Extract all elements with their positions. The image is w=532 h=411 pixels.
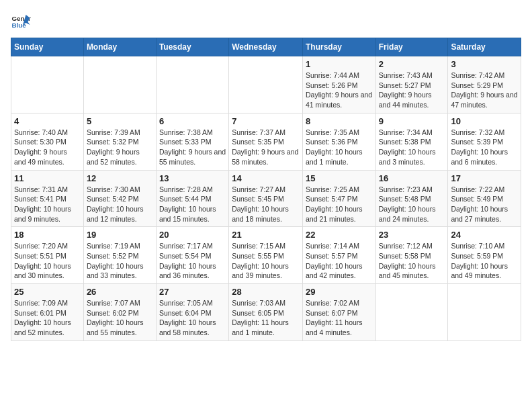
day-number: 18 [14,230,81,240]
header-monday: Monday [83,38,156,56]
calendar-cell: 22Sunrise: 7:14 AMSunset: 5:57 PMDayligh… [302,227,375,284]
day-number: 15 [306,173,373,183]
header-tuesday: Tuesday [156,38,228,56]
calendar-table: SundayMondayTuesdayWednesdayThursdayFrid… [11,38,521,341]
day-info: Sunrise: 7:39 AMSunset: 5:32 PMDaylight:… [87,128,153,167]
day-info: Sunrise: 7:37 AMSunset: 5:35 PMDaylight:… [232,128,300,167]
day-number: 3 [451,59,518,69]
day-number: 1 [306,59,373,69]
calendar-cell: 27Sunrise: 7:05 AMSunset: 6:04 PMDayligh… [156,284,228,341]
day-info: Sunrise: 7:27 AMSunset: 5:45 PMDaylight:… [232,185,300,224]
calendar-cell: 16Sunrise: 7:23 AMSunset: 5:48 PMDayligh… [375,170,448,227]
day-number: 6 [159,116,226,126]
day-number: 22 [306,230,373,240]
day-info: Sunrise: 7:30 AMSunset: 5:42 PMDaylight:… [87,185,153,224]
calendar-week-2: 11Sunrise: 7:31 AMSunset: 5:41 PMDayligh… [11,170,521,227]
day-info: Sunrise: 7:17 AMSunset: 5:54 PMDaylight:… [159,241,226,281]
day-number: 19 [87,230,153,240]
day-info: Sunrise: 7:28 AMSunset: 5:44 PMDaylight:… [159,185,226,224]
calendar-cell: 1Sunrise: 7:44 AMSunset: 5:26 PMDaylight… [302,56,375,113]
day-number: 5 [87,116,153,126]
calendar-cell: 18Sunrise: 7:20 AMSunset: 5:51 PMDayligh… [11,227,84,284]
day-info: Sunrise: 7:42 AMSunset: 5:29 PMDaylight:… [451,71,518,110]
calendar-cell: 4Sunrise: 7:40 AMSunset: 5:30 PMDaylight… [11,113,84,170]
day-info: Sunrise: 7:25 AMSunset: 5:47 PMDaylight:… [306,185,373,224]
calendar-cell: 23Sunrise: 7:12 AMSunset: 5:58 PMDayligh… [375,227,448,284]
day-info: Sunrise: 7:43 AMSunset: 5:27 PMDaylight:… [379,71,445,110]
day-number: 7 [232,116,300,126]
day-number: 27 [159,287,226,297]
day-number: 11 [14,173,81,183]
logo: General Blue [11,11,34,31]
calendar-cell: 2Sunrise: 7:43 AMSunset: 5:27 PMDaylight… [375,56,448,113]
calendar-cell: 26Sunrise: 7:07 AMSunset: 6:02 PMDayligh… [83,284,156,341]
day-info: Sunrise: 7:32 AMSunset: 5:39 PMDaylight:… [451,128,518,167]
header-friday: Friday [375,38,448,56]
day-info: Sunrise: 7:34 AMSunset: 5:38 PMDaylight:… [379,128,445,167]
calendar-cell: 20Sunrise: 7:17 AMSunset: 5:54 PMDayligh… [156,227,228,284]
calendar-week-3: 18Sunrise: 7:20 AMSunset: 5:51 PMDayligh… [11,227,521,284]
day-info: Sunrise: 7:31 AMSunset: 5:41 PMDaylight:… [14,185,81,224]
calendar-cell [156,56,228,113]
day-info: Sunrise: 7:35 AMSunset: 5:36 PMDaylight:… [306,128,373,167]
calendar-cell: 7Sunrise: 7:37 AMSunset: 5:35 PMDaylight… [229,113,303,170]
day-number: 23 [379,230,445,240]
logo-icon: General Blue [11,11,31,31]
day-info: Sunrise: 7:19 AMSunset: 5:52 PMDaylight:… [87,241,153,281]
day-info: Sunrise: 7:07 AMSunset: 6:02 PMDaylight:… [87,298,153,338]
day-info: Sunrise: 7:05 AMSunset: 6:04 PMDaylight:… [159,298,226,338]
day-number: 21 [232,230,300,240]
calendar-cell: 15Sunrise: 7:25 AMSunset: 5:47 PMDayligh… [302,170,375,227]
calendar-cell: 28Sunrise: 7:03 AMSunset: 6:05 PMDayligh… [229,284,303,341]
header-saturday: Saturday [448,38,521,56]
day-info: Sunrise: 7:15 AMSunset: 5:55 PMDaylight:… [232,241,300,281]
day-number: 12 [87,173,153,183]
header-wednesday: Wednesday [229,38,303,56]
day-number: 20 [159,230,226,240]
day-info: Sunrise: 7:12 AMSunset: 5:58 PMDaylight:… [379,241,445,281]
day-info: Sunrise: 7:03 AMSunset: 6:05 PMDaylight:… [232,298,300,338]
header-thursday: Thursday [302,38,375,56]
day-info: Sunrise: 7:22 AMSunset: 5:49 PMDaylight:… [451,185,518,224]
calendar-week-1: 4Sunrise: 7:40 AMSunset: 5:30 PMDaylight… [11,113,521,170]
calendar-cell: 13Sunrise: 7:28 AMSunset: 5:44 PMDayligh… [156,170,228,227]
calendar-header-row: SundayMondayTuesdayWednesdayThursdayFrid… [11,38,521,56]
day-number: 26 [87,287,153,297]
calendar-cell [83,56,156,113]
calendar-cell: 17Sunrise: 7:22 AMSunset: 5:49 PMDayligh… [448,170,521,227]
day-number: 17 [451,173,518,183]
day-number: 24 [451,230,518,240]
day-info: Sunrise: 7:23 AMSunset: 5:48 PMDaylight:… [379,185,445,224]
day-number: 8 [306,116,373,126]
calendar-cell: 3Sunrise: 7:42 AMSunset: 5:29 PMDaylight… [448,56,521,113]
day-number: 10 [451,116,518,126]
calendar-cell: 6Sunrise: 7:38 AMSunset: 5:33 PMDaylight… [156,113,228,170]
calendar-cell [229,56,303,113]
day-number: 13 [159,173,226,183]
calendar-cell [11,56,84,113]
day-info: Sunrise: 7:09 AMSunset: 6:01 PMDaylight:… [14,298,81,338]
calendar-cell: 29Sunrise: 7:02 AMSunset: 6:07 PMDayligh… [302,284,375,341]
calendar-cell: 24Sunrise: 7:10 AMSunset: 5:59 PMDayligh… [448,227,521,284]
calendar-week-4: 25Sunrise: 7:09 AMSunset: 6:01 PMDayligh… [11,284,521,341]
calendar-cell: 11Sunrise: 7:31 AMSunset: 5:41 PMDayligh… [11,170,84,227]
page-header: General Blue [11,11,521,31]
calendar-cell: 10Sunrise: 7:32 AMSunset: 5:39 PMDayligh… [448,113,521,170]
day-info: Sunrise: 7:38 AMSunset: 5:33 PMDaylight:… [159,128,226,167]
day-number: 4 [14,116,81,126]
day-number: 29 [306,287,373,297]
day-info: Sunrise: 7:44 AMSunset: 5:26 PMDaylight:… [306,71,373,110]
header-sunday: Sunday [11,38,84,56]
calendar-cell [448,284,521,341]
calendar-cell: 12Sunrise: 7:30 AMSunset: 5:42 PMDayligh… [83,170,156,227]
calendar-cell: 8Sunrise: 7:35 AMSunset: 5:36 PMDaylight… [302,113,375,170]
day-number: 28 [232,287,300,297]
day-info: Sunrise: 7:02 AMSunset: 6:07 PMDaylight:… [306,298,373,338]
day-info: Sunrise: 7:14 AMSunset: 5:57 PMDaylight:… [306,241,373,281]
day-info: Sunrise: 7:40 AMSunset: 5:30 PMDaylight:… [14,128,81,167]
calendar-cell: 25Sunrise: 7:09 AMSunset: 6:01 PMDayligh… [11,284,84,341]
calendar-week-0: 1Sunrise: 7:44 AMSunset: 5:26 PMDaylight… [11,56,521,113]
day-number: 14 [232,173,300,183]
calendar-cell: 21Sunrise: 7:15 AMSunset: 5:55 PMDayligh… [229,227,303,284]
calendar-cell: 9Sunrise: 7:34 AMSunset: 5:38 PMDaylight… [375,113,448,170]
